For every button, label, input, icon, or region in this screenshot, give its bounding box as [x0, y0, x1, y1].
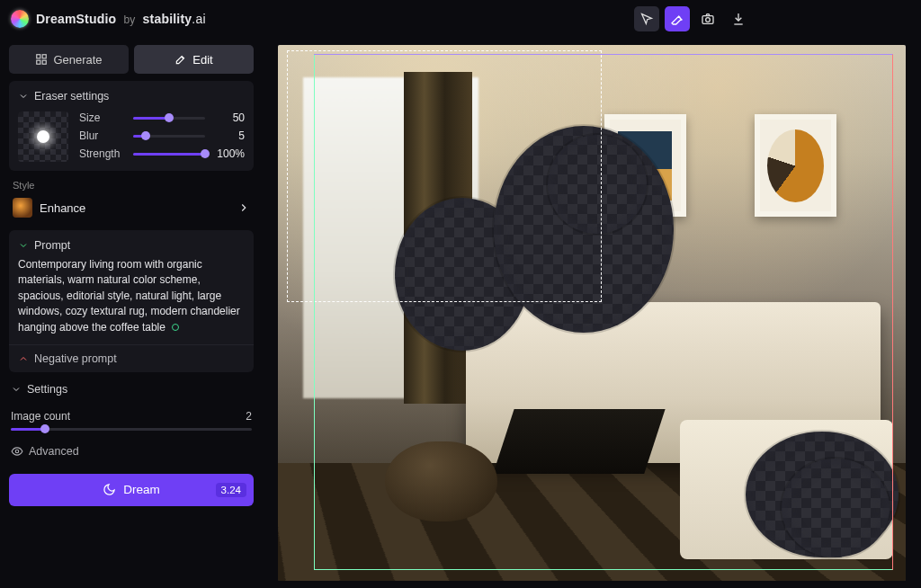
download-tool[interactable] — [726, 6, 751, 31]
chevron-down-icon — [18, 240, 29, 251]
prompt-title: Prompt — [34, 239, 70, 252]
canvas[interactable] — [278, 45, 906, 581]
svg-point-1 — [706, 18, 711, 22]
style-selector[interactable]: Enhance — [13, 194, 250, 221]
moon-icon — [103, 483, 116, 496]
svg-rect-5 — [43, 60, 47, 64]
strength-value: 100% — [212, 147, 245, 160]
camera-tool[interactable] — [695, 6, 720, 31]
eraser-settings-panel: Eraser settings Size — [9, 81, 254, 171]
chevron-down-icon — [18, 91, 29, 102]
strength-slider[interactable] — [133, 153, 205, 156]
company-b: .ai — [192, 12, 205, 26]
size-label: Size — [79, 111, 126, 124]
select-tool[interactable] — [634, 6, 659, 31]
prompt-text-content: Contemporary living room with organic ma… — [18, 258, 240, 334]
generate-mode-label: Generate — [53, 53, 102, 67]
strength-label: Strength — [79, 147, 126, 160]
image-count-slider[interactable] — [11, 428, 252, 431]
prompt-group: Prompt Contemporary living room with org… — [9, 230, 254, 372]
erased-region — [782, 459, 890, 557]
company-a: stability — [143, 12, 192, 26]
blur-value: 5 — [212, 129, 245, 142]
svg-rect-3 — [43, 55, 47, 58]
generate-mode-button[interactable]: Generate — [9, 45, 129, 74]
chevron-right-icon — [18, 353, 29, 364]
canvas-tools — [634, 6, 751, 31]
style-section: Style Enhance — [9, 178, 254, 223]
erased-region — [548, 135, 647, 234]
brand-by: by — [123, 13, 135, 26]
dream-label: Dream — [123, 483, 160, 496]
dream-button[interactable]: Dream 3.24 — [9, 474, 254, 506]
eraser-settings-title: Eraser settings — [34, 90, 109, 102]
svg-point-6 — [15, 450, 19, 453]
negative-prompt-header[interactable]: Negative prompt — [9, 344, 254, 372]
style-label: Style — [13, 180, 250, 191]
canvas-area — [263, 38, 921, 588]
eraser-tool[interactable] — [665, 6, 690, 31]
style-name: Enhance — [40, 201, 230, 215]
blur-slider[interactable] — [133, 135, 205, 138]
style-swatch-icon — [13, 198, 32, 218]
topbar: DreamStudio by stability.ai — [0, 0, 921, 38]
svg-rect-4 — [37, 60, 40, 64]
image-count-value: 2 — [246, 410, 252, 423]
negative-prompt-title: Negative prompt — [34, 352, 117, 365]
logo-icon — [11, 10, 29, 28]
prompt-header[interactable]: Prompt — [18, 239, 245, 252]
advanced-toggle[interactable]: Advanced — [9, 441, 254, 461]
prompt-indicator-icon — [172, 324, 179, 331]
sidebar: Generate Edit Eraser settings — [0, 38, 263, 588]
svg-rect-0 — [702, 16, 713, 24]
prompt-textarea[interactable]: Contemporary living room with organic ma… — [18, 257, 245, 335]
prompt-panel: Prompt Contemporary living room with org… — [9, 230, 254, 344]
image-count-section: Image count 2 — [9, 406, 254, 434]
chevron-down-icon — [11, 384, 22, 395]
size-value: 50 — [212, 111, 245, 124]
settings-header[interactable]: Settings — [9, 379, 254, 399]
chevron-right-icon — [237, 201, 250, 214]
edit-mode-button[interactable]: Edit — [134, 45, 254, 74]
advanced-label: Advanced — [29, 445, 79, 458]
mode-bar: Generate Edit — [9, 45, 254, 74]
eraser-preview — [18, 111, 68, 162]
dream-cost-badge: 3.24 — [216, 483, 246, 497]
eye-icon — [11, 445, 23, 458]
settings-title: Settings — [27, 383, 67, 396]
svg-rect-2 — [37, 55, 40, 58]
app-name: DreamStudio — [36, 12, 116, 26]
edit-mode-label: Edit — [192, 53, 212, 67]
brand: DreamStudio by stability.ai — [11, 10, 206, 28]
size-slider[interactable] — [133, 117, 205, 120]
blur-label: Blur — [79, 129, 126, 142]
image-count-label: Image count — [11, 410, 70, 423]
eraser-settings-header[interactable]: Eraser settings — [18, 90, 245, 102]
brand-text: DreamStudio by stability.ai — [36, 12, 206, 26]
